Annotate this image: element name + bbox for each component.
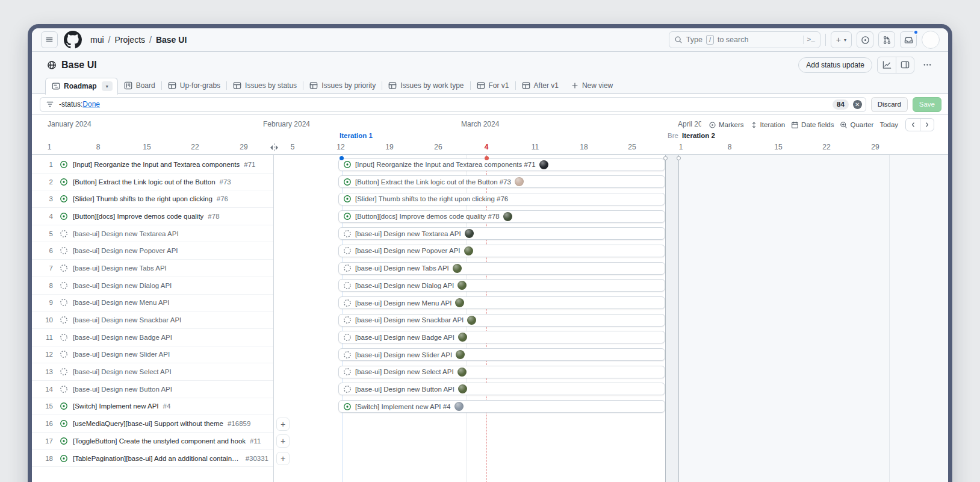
git-pull-request-icon — [882, 36, 892, 45]
table-row[interactable]: 18[TablePagination][base-ui] Add an addi… — [32, 450, 273, 468]
pull-requests-button[interactable] — [878, 31, 895, 48]
toolbar-label: Today — [879, 121, 898, 128]
tab-issues-by-status[interactable]: Issues by status — [227, 78, 303, 93]
roadmap-bar[interactable]: [base-ui] Design new Menu API — [338, 296, 665, 309]
bar-label: [base-ui] Design new Badge API — [355, 334, 454, 341]
table-row[interactable]: 1[Input] Reorganize the Input and Textar… — [32, 156, 273, 174]
tab-issues-by-work-type[interactable]: Issues by work type — [382, 78, 470, 93]
table-row[interactable]: 7[base-ui] Design new Tabs API — [32, 260, 273, 277]
chevron-down-icon[interactable]: ▼ — [102, 81, 113, 91]
issues-button[interactable] — [857, 31, 873, 48]
column-resize-handle[interactable] — [268, 143, 281, 151]
table-row[interactable]: 6[base-ui] Design new Popover API — [32, 242, 273, 260]
draft-issue-icon — [60, 316, 68, 324]
search-input[interactable]: Type / to search >_ — [669, 31, 820, 48]
hamburger-menu-button[interactable] — [41, 31, 58, 48]
table-row[interactable]: 17[ToggleButton] Create the unstyled com… — [32, 433, 273, 450]
discard-button[interactable]: Discard — [871, 97, 908, 112]
assignee-avatar — [515, 177, 524, 186]
roadmap-bar[interactable]: [base-ui] Design new Slider API — [338, 348, 665, 361]
assignee-avatar — [467, 316, 476, 325]
tab-label: Issues by status — [245, 81, 297, 90]
add-date-button[interactable]: + — [276, 434, 290, 448]
date-fields-button[interactable]: Date fields — [791, 121, 834, 129]
page-title: Base UI — [61, 60, 97, 70]
roadmap-bar[interactable]: [Button] Extract the Link logic out of t… — [338, 175, 665, 188]
table-row[interactable]: 9[base-ui] Design new Menu API — [32, 295, 273, 312]
filter-input[interactable]: -status:Done 84 ✕ — [40, 97, 866, 112]
project-menu-button[interactable] — [919, 57, 935, 73]
save-button[interactable]: Save — [913, 97, 941, 112]
roadmap-bar[interactable]: [base-ui] Design new Select API — [338, 366, 665, 378]
breadcrumb-projects[interactable]: Projects — [114, 35, 145, 45]
date-tick-label: 19 — [385, 143, 393, 151]
today-button[interactable]: Today — [879, 121, 898, 128]
tab-up-for-grabs[interactable]: Up-for-grabs — [162, 78, 226, 93]
tab-label: After v1 — [534, 81, 559, 90]
today-marker — [485, 156, 489, 160]
draft-issue-icon — [60, 333, 68, 342]
roadmap-bar[interactable]: [base-ui] Design new Tabs API — [338, 262, 665, 275]
row-title: [Button][docs] Improve demos code qualit… — [73, 213, 203, 220]
table-row[interactable]: 5[base-ui] Design new Textarea API — [32, 225, 273, 243]
draft-issue-icon — [60, 230, 68, 238]
table-row[interactable]: 10[base-ui] Design new Snackbar API — [32, 311, 273, 329]
tab-after-v1[interactable]: After v1 — [516, 78, 565, 93]
draft-issue-icon — [60, 298, 68, 307]
view-tabs: Roadmap▼BoardUp-for-grabsIssues by statu… — [32, 78, 948, 94]
roadmap-bar[interactable]: [base-ui] Design new Textarea API — [338, 227, 665, 240]
tab-roadmap[interactable]: Roadmap▼ — [45, 78, 118, 95]
new-view-label: New view — [582, 81, 613, 90]
table-row[interactable]: 4[Button][docs] Improve demos code quali… — [32, 208, 273, 225]
table-row[interactable]: 11[base-ui] Design new Badge API — [32, 329, 273, 346]
tab-issues-by-priority[interactable]: Issues by priority — [303, 78, 382, 93]
quarter-button[interactable]: Quarter — [840, 121, 873, 129]
roadmap-bar[interactable]: [base-ui] Design new Badge API — [338, 331, 665, 343]
add-status-update-button[interactable]: Add status update — [798, 57, 872, 73]
roadmap-bar[interactable]: [Switch] Implement new API #4 — [338, 400, 665, 413]
roadmap-bar[interactable]: [Button][docs] Improve demos code qualit… — [338, 210, 665, 223]
table-row[interactable]: 2[Button] Extract the Link logic out of … — [32, 174, 273, 191]
clear-filter-button[interactable]: ✕ — [853, 100, 862, 109]
table-row[interactable]: 13[base-ui] Design new Select API — [32, 363, 273, 381]
project-title-wrap: Base UI — [47, 60, 97, 70]
side-panel-button[interactable] — [896, 57, 914, 73]
table-row[interactable]: 3[Slider] Thumb shifts to the right upon… — [32, 190, 273, 208]
table-row[interactable]: 12[base-ui] Design new Slider API — [32, 346, 273, 364]
table-row[interactable]: 14[base-ui] Design new Button API — [32, 381, 273, 398]
inbox-icon — [904, 36, 913, 45]
markers-button[interactable]: Markers — [709, 121, 744, 129]
tab-for-v1[interactable]: For v1 — [471, 78, 515, 93]
breadcrumb-current[interactable]: Base UI — [156, 35, 187, 45]
roadmap-bar[interactable]: [Input] Reorganize the Input and Textare… — [338, 158, 665, 171]
scroll-left-button[interactable] — [906, 119, 920, 131]
plus-icon — [571, 81, 579, 90]
add-date-button[interactable]: + — [276, 452, 290, 465]
roadmap-bar[interactable]: [base-ui] Design new Snackbar API — [338, 314, 665, 327]
github-logo-icon[interactable] — [64, 31, 82, 49]
table-icon — [233, 81, 241, 90]
row-title: [Switch] Implement new API — [73, 402, 159, 410]
scroll-right-button[interactable] — [920, 119, 934, 131]
roadmap-bar[interactable]: [base-ui] Design new Button API — [338, 383, 665, 395]
roadmap-bar[interactable]: [base-ui] Design new Popover API — [338, 245, 665, 257]
table-row[interactable]: 15[Switch] Implement new API#4 — [32, 398, 273, 416]
user-avatar[interactable] — [922, 31, 940, 49]
iteration-button[interactable]: Iteration — [750, 121, 786, 129]
breadcrumb-org[interactable]: mui — [90, 35, 104, 45]
insights-button[interactable] — [878, 57, 896, 73]
new-view-button[interactable]: New view — [565, 81, 619, 90]
table-row[interactable]: 16[useMediaQuery][base-ui] Support witho… — [32, 415, 273, 433]
command-palette-icon[interactable]: >_ — [807, 36, 815, 43]
draft-issue-icon — [343, 246, 352, 255]
app-window: mui / Projects / Base UI Type / to searc… — [28, 24, 952, 482]
tab-board[interactable]: Board — [118, 78, 161, 93]
create-new-button[interactable]: + ▾ — [831, 31, 852, 48]
table-row[interactable]: 8[base-ui] Design new Dialog API — [32, 277, 273, 295]
issue-number: #30331 — [246, 455, 273, 462]
row-title: [base-ui] Design new Menu API — [73, 299, 169, 306]
assignee-avatar — [465, 229, 474, 238]
roadmap-bar[interactable]: [Slider] Thumb shifts to the right upon … — [338, 193, 665, 205]
roadmap-bar[interactable]: [base-ui] Design new Dialog API — [338, 279, 665, 292]
add-date-button[interactable]: + — [276, 418, 290, 431]
